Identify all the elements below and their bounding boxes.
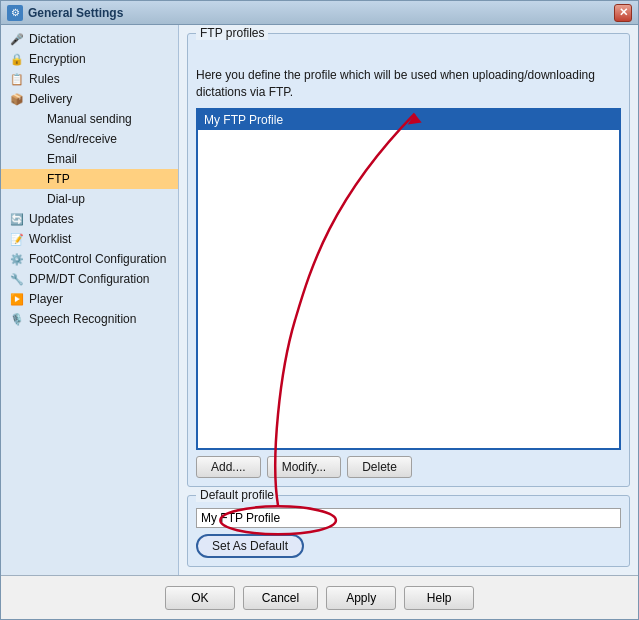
ftp-icon xyxy=(27,171,43,187)
window-title: General Settings xyxy=(28,6,123,20)
add-button[interactable]: Add.... xyxy=(196,456,261,478)
sidebar: 🎤 Dictation 🔒 Encryption 📋 Rules 📦 Deliv… xyxy=(1,25,179,575)
sidebar-item-player[interactable]: ▶️ Player xyxy=(1,289,178,309)
manual-sending-icon xyxy=(27,111,43,127)
set-as-default-button[interactable]: Set As Default xyxy=(196,534,304,558)
send-receive-icon xyxy=(27,131,43,147)
rules-icon: 📋 xyxy=(9,71,25,87)
ftp-profiles-desc: Here you define the profile which will b… xyxy=(196,50,621,100)
apply-button[interactable]: Apply xyxy=(326,586,396,610)
sidebar-item-speech[interactable]: 🎙️ Speech Recognition xyxy=(1,309,178,329)
modify-button[interactable]: Modify... xyxy=(267,456,341,478)
window-icon: ⚙ xyxy=(7,5,23,21)
encryption-icon: 🔒 xyxy=(9,51,25,67)
email-icon xyxy=(27,151,43,167)
dictation-icon: 🎤 xyxy=(9,31,25,47)
default-profile-group: Default profile Set As Default xyxy=(187,495,630,567)
ok-button[interactable]: OK xyxy=(165,586,235,610)
updates-icon: 🔄 xyxy=(9,211,25,227)
ftp-action-buttons: Add.... Modify... Delete xyxy=(196,456,621,478)
sidebar-item-manual-sending[interactable]: Manual sending xyxy=(1,109,178,129)
sidebar-item-dpm-dt[interactable]: 🔧 DPM/DT Configuration xyxy=(1,269,178,289)
sidebar-item-worklist[interactable]: 📝 Worklist xyxy=(1,229,178,249)
sidebar-item-send-receive[interactable]: Send/receive xyxy=(1,129,178,149)
general-settings-window: ⚙ General Settings ✕ 🎤 Dictation 🔒 Encry… xyxy=(0,0,639,620)
default-profile-title: Default profile xyxy=(196,488,278,502)
default-profile-input[interactable] xyxy=(196,508,621,528)
sidebar-item-footcontrol[interactable]: ⚙️ FootControl Configuration xyxy=(1,249,178,269)
dial-up-icon xyxy=(27,191,43,207)
sidebar-item-email[interactable]: Email xyxy=(1,149,178,169)
sidebar-item-delivery[interactable]: 📦 Delivery xyxy=(1,89,178,109)
main-content: 🎤 Dictation 🔒 Encryption 📋 Rules 📦 Deliv… xyxy=(1,25,638,575)
ftp-profiles-group-title: FTP profiles xyxy=(196,26,268,40)
worklist-icon: 📝 xyxy=(9,231,25,247)
sidebar-item-updates[interactable]: 🔄 Updates xyxy=(1,209,178,229)
title-bar: ⚙ General Settings ✕ xyxy=(1,1,638,25)
speech-icon: 🎙️ xyxy=(9,311,25,327)
cancel-button[interactable]: Cancel xyxy=(243,586,318,610)
close-button[interactable]: ✕ xyxy=(614,4,632,22)
sidebar-item-ftp[interactable]: FTP xyxy=(1,169,178,189)
help-button[interactable]: Help xyxy=(404,586,474,610)
dpm-dt-icon: 🔧 xyxy=(9,271,25,287)
footcontrol-icon: ⚙️ xyxy=(9,251,25,267)
delivery-icon: 📦 xyxy=(9,91,25,107)
sidebar-item-rules[interactable]: 📋 Rules xyxy=(1,69,178,89)
ftp-profiles-list[interactable]: My FTP Profile xyxy=(196,108,621,450)
ftp-list-item[interactable]: My FTP Profile xyxy=(198,110,619,130)
sidebar-item-dial-up[interactable]: Dial-up xyxy=(1,189,178,209)
bottom-bar: OK Cancel Apply Help xyxy=(1,575,638,619)
sidebar-item-dictation[interactable]: 🎤 Dictation xyxy=(1,29,178,49)
player-icon: ▶️ xyxy=(9,291,25,307)
delete-button[interactable]: Delete xyxy=(347,456,412,478)
right-panel: FTP profiles Here you define the profile… xyxy=(179,25,638,575)
title-bar-left: ⚙ General Settings xyxy=(7,5,123,21)
ftp-profiles-group: FTP profiles Here you define the profile… xyxy=(187,33,630,487)
sidebar-item-encryption[interactable]: 🔒 Encryption xyxy=(1,49,178,69)
